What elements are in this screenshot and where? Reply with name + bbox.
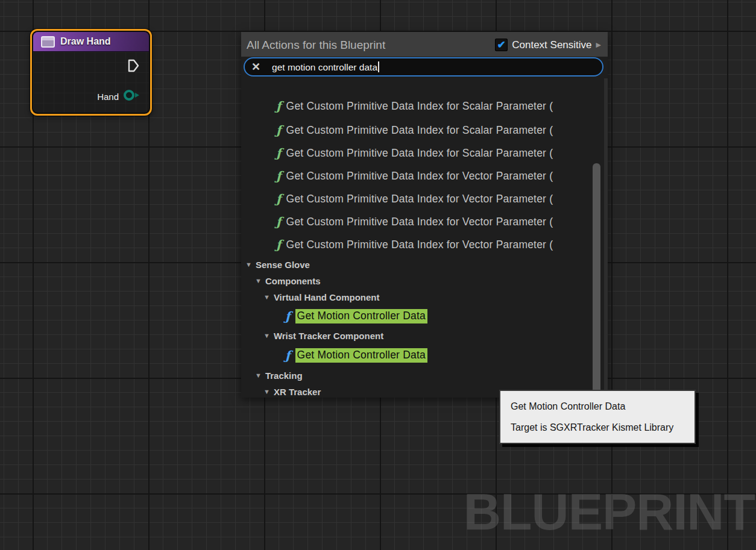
action-row[interactable]: ƒGet Custom Primitive Data Index for Vec… <box>241 213 593 231</box>
node-title: Draw Hand <box>60 36 111 47</box>
action-label: Get Custom Primitive Data Index for Vect… <box>286 216 553 228</box>
action-tooltip: Get Motion Controller Data Target is SGX… <box>499 390 696 444</box>
all-actions-menu: All Actions for this Blueprint ✔ Context… <box>241 32 608 398</box>
collapse-arrow-icon[interactable]: ▼ <box>255 372 262 379</box>
collapse-arrow-icon[interactable]: ▼ <box>263 388 270 395</box>
category-row[interactable]: ▼Components <box>241 273 593 289</box>
action-row[interactable]: ƒGet Custom Primitive Data Index for Vec… <box>241 236 593 254</box>
menu-header: All Actions for this Blueprint ✔ Context… <box>241 32 608 58</box>
search-input[interactable]: ✕ get motion controller data <box>244 57 603 77</box>
node-body-container: Draw Hand Hand <box>33 32 149 113</box>
category-label: Tracking <box>265 370 303 381</box>
hand-object-pin-icon[interactable] <box>123 89 141 104</box>
menu-title: All Actions for this Blueprint <box>247 39 385 52</box>
context-sensitive-label: Context Sensitive <box>512 39 591 51</box>
action-label: Get Custom Primitive Data Index for Vect… <box>286 193 553 205</box>
clear-search-icon[interactable]: ✕ <box>251 61 260 72</box>
category-label: Virtual Hand Component <box>274 292 380 302</box>
action-label: Get Motion Controller Data <box>295 348 427 363</box>
category-row[interactable]: ▼Wrist Tracker Component <box>241 328 593 343</box>
exec-output-pin[interactable] <box>127 58 139 75</box>
text-caret <box>378 61 379 72</box>
action-row[interactable]: ƒGet Motion Controller Data <box>241 346 593 364</box>
hand-pin-label: Hand <box>97 92 119 102</box>
category-row[interactable]: ▼Virtual Hand Component <box>241 289 593 305</box>
action-label: Get Custom Primitive Data Index for Scal… <box>286 147 553 160</box>
node-header: Draw Hand <box>33 32 149 52</box>
collapse-arrow-icon[interactable]: ▼ <box>255 277 262 284</box>
action-row[interactable]: ƒGet Motion Controller Data <box>241 307 593 325</box>
collapse-arrow-icon[interactable]: ▼ <box>263 293 270 301</box>
action-label: Get Custom Primitive Data Index for Scal… <box>286 100 553 113</box>
category-row[interactable]: ▼Sense Glove <box>241 257 593 272</box>
action-row[interactable]: ƒGet Custom Primitive Data Index for Sca… <box>241 121 593 139</box>
action-label: Get Motion Controller Data <box>295 309 427 323</box>
context-sensitive-checkbox[interactable]: ✔ <box>495 39 508 51</box>
function-icon: ƒ <box>276 170 282 182</box>
function-icon: ƒ <box>285 349 291 361</box>
macro-icon <box>41 36 55 48</box>
node-body: Hand <box>33 52 149 112</box>
action-row[interactable]: ƒGet Custom Primitive Data Index for Vec… <box>241 167 593 185</box>
search-text: get motion controller data <box>272 61 379 73</box>
checkmark-icon: ✔ <box>497 40 506 50</box>
function-icon: ƒ <box>276 100 282 112</box>
action-row[interactable]: ƒGet Custom Primitive Data Index for Sca… <box>241 97 593 115</box>
list-right-edge <box>604 58 608 398</box>
collapse-arrow-icon[interactable]: ▼ <box>263 332 270 339</box>
action-list: ƒGet Custom Primitive Data Index for Sca… <box>241 58 608 398</box>
action-row[interactable]: ƒGet Custom Primitive Data Index for Sca… <box>241 144 593 162</box>
category-label: Sense Glove <box>256 260 310 270</box>
function-icon: ƒ <box>276 147 282 159</box>
category-label: XR Tracker <box>274 387 321 397</box>
search-bar-strip: ✕ get motion controller data <box>241 57 608 78</box>
category-row[interactable]: ▼Tracking <box>241 367 593 383</box>
blueprint-watermark: BLUEPRINT <box>464 482 755 542</box>
tooltip-title: Get Motion Controller Data <box>511 401 684 412</box>
hand-output-row: Hand <box>97 89 141 104</box>
function-icon: ƒ <box>276 193 282 205</box>
node-draw-hand[interactable]: Draw Hand Hand <box>30 29 152 116</box>
submenu-arrow-icon[interactable]: ▶ <box>596 41 601 49</box>
collapse-arrow-icon[interactable]: ▼ <box>245 261 252 268</box>
function-icon: ƒ <box>276 239 282 251</box>
function-icon: ƒ <box>276 216 282 228</box>
category-label: Components <box>265 276 321 286</box>
action-row[interactable]: ƒGet Custom Primitive Data Index for Vec… <box>241 190 593 208</box>
action-label: Get Custom Primitive Data Index for Vect… <box>286 170 553 183</box>
scrollbar-thumb[interactable] <box>593 163 600 393</box>
function-icon: ƒ <box>276 124 282 136</box>
tooltip-target: Target is SGXRTracker Kismet Library <box>511 422 684 433</box>
blueprint-graph-canvas[interactable]: { "graph": { "watermark": "BLUEPRINT", "… <box>0 0 756 550</box>
action-label: Get Custom Primitive Data Index for Vect… <box>286 239 553 251</box>
action-label: Get Custom Primitive Data Index for Scal… <box>286 124 553 137</box>
category-label: Wrist Tracker Component <box>274 331 383 341</box>
function-icon: ƒ <box>285 310 291 322</box>
